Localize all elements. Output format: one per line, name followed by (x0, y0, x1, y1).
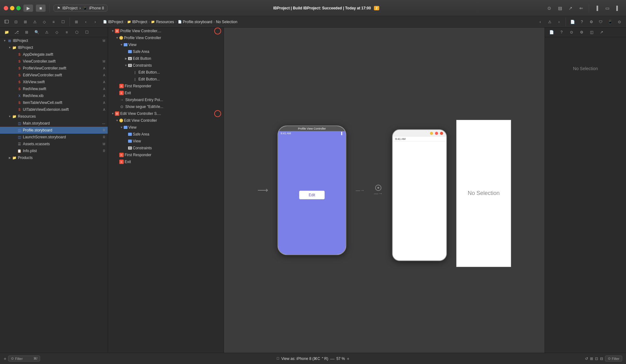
canvas-area[interactable]: ⟶ Profile View Controller 9:41 AM ▌ Edit (224, 28, 545, 353)
back-icon[interactable]: ⇐ (577, 4, 586, 12)
outline-vc1[interactable]: ▼ V Profile View Controller (108, 34, 224, 41)
layout-button[interactable]: ⊞ (590, 356, 593, 361)
run-button[interactable]: ▶ (23, 4, 33, 12)
shield-icon[interactable]: 🛡 (597, 18, 605, 25)
new-file-icon[interactable]: 📄 (568, 18, 577, 25)
outline-scene2[interactable]: ▼ ⊞ Edit View Controller S.... (108, 110, 224, 117)
bc-item1[interactable]: IBProject (108, 20, 123, 24)
snap-button[interactable]: ⊡ (595, 356, 598, 361)
report-tab[interactable]: ☐ (83, 29, 91, 36)
nav-item-viewcontroller[interactable]: ▶ S ViewController.swift M (0, 58, 108, 65)
nav-item-main-storyboard[interactable]: ▶ ◫ Main.storyboard — (0, 120, 108, 127)
activity-monitor-icon[interactable]: ⊙ (545, 4, 554, 12)
add-button[interactable]: + (4, 356, 6, 361)
outline-show-segue[interactable]: ▶ ⊙ Show segue "EditVie... (108, 103, 224, 110)
outline-firstresponder1[interactable]: ▶ R First Responder (108, 83, 224, 90)
view-source-button[interactable]: ⊡ (12, 18, 20, 25)
outline-editbutton-c2[interactable]: ▶ | Edit Button... (108, 76, 224, 83)
grid-icon[interactable]: ⊞ (72, 18, 80, 25)
device-icon[interactable]: 📱 (606, 18, 614, 25)
nav-item-ibproject[interactable]: ▼ 📁 IBProject (0, 44, 108, 51)
align-button[interactable]: ⊟ (600, 356, 603, 361)
bc-item2[interactable]: IBProject (132, 20, 147, 24)
file-nav-tab[interactable]: 📁 (3, 29, 11, 36)
file-inspector-tab[interactable]: 📄 (547, 29, 556, 36)
maximize-button[interactable] (16, 6, 21, 10)
outline-storyboard-entry[interactable]: ▶ → Storyboard Entry Poi... (108, 96, 224, 103)
size-inspector-tab[interactable]: ◫ (587, 29, 596, 36)
view-as-button[interactable]: ☐ (277, 357, 279, 360)
nav-item-editviewcontroller[interactable]: ▶ S EditViewController.swift A (0, 72, 108, 79)
close-button[interactable] (4, 6, 8, 10)
show-debug-icon[interactable]: ▭ (603, 4, 612, 12)
minimize-button[interactable] (10, 6, 14, 10)
outline-view2b[interactable]: ▶ View (108, 138, 224, 145)
layout-icon[interactable]: ▤ (556, 4, 564, 12)
related-files-forward[interactable]: › (555, 18, 563, 25)
scheme-selector[interactable]: ⚑ IBProject › 📱 iPhone 8 (54, 5, 107, 12)
back-nav-icon[interactable]: ‹ (82, 18, 90, 25)
share-icon[interactable]: ↗ (566, 4, 575, 12)
clock-icon[interactable]: ⊙ (615, 18, 623, 25)
show-inspector-icon[interactable]: ▌ (613, 4, 622, 12)
rotate-button[interactable]: ↺ (585, 356, 588, 361)
outline-vc2[interactable]: ▼ V Edit View Controller (108, 117, 224, 124)
nav-item-resources[interactable]: ▼ 📁 Resources (0, 113, 108, 120)
nav-item-redview-xib[interactable]: ▶ X RedView.xib A (0, 92, 108, 99)
attributes-inspector-tab[interactable]: ⚙ (577, 29, 586, 36)
bc-item3[interactable]: Resources (156, 20, 174, 24)
outline-view2[interactable]: ▼ View (108, 124, 224, 131)
outline-constraints1[interactable]: ▼ ⊟ Constraints (108, 62, 224, 69)
warning-tab[interactable]: ⚠ (43, 29, 51, 36)
outline-view1[interactable]: ▼ View (108, 41, 224, 48)
nav-item-itemtableviewcell[interactable]: ▶ S ItemTableViewCell.swift A (0, 99, 108, 106)
nav-item-xibview[interactable]: ▶ S XibView.swift A (0, 79, 108, 85)
outline-exit2[interactable]: ▶ E Exit (108, 158, 224, 165)
nav-item-info-plist[interactable]: ▶ 📋 Info.plist R (0, 147, 108, 154)
outline-exit1[interactable]: ▶ E Exit (108, 90, 224, 96)
nav-item-uitableviewextension[interactable]: ▶ S UITableViewExtension.swift A (0, 106, 108, 113)
inspector-icon[interactable]: ⚙ (587, 18, 595, 25)
zoom-in-button[interactable]: + (347, 356, 349, 361)
search-tab[interactable]: 🔍 (33, 29, 41, 36)
filter-icon[interactable]: ≡ (49, 18, 58, 25)
quick-help-tab[interactable]: ? (557, 29, 566, 36)
warning-badge[interactable]: 2 (374, 6, 379, 10)
tree-view-button[interactable]: ⊞ (21, 18, 29, 25)
source-control-tab[interactable]: ⎇ (13, 29, 21, 36)
test-tab[interactable]: ◇ (53, 29, 61, 36)
nav-item-profile-storyboard[interactable]: ▶ ◫ Profile.storyboard R (0, 127, 108, 134)
nav-item-ibproject-root[interactable]: ▼ ⊞ IBProject M (0, 37, 108, 44)
forward-nav-icon[interactable]: › (91, 18, 99, 25)
connections-inspector-tab[interactable]: ↗ (598, 29, 606, 36)
related-files-back[interactable]: ‹ (536, 18, 544, 25)
breakpoint-tab[interactable]: ⬡ (73, 29, 81, 36)
outline-editbutton[interactable]: ▶ B Edit Button (108, 55, 224, 62)
help-icon[interactable]: ? (578, 18, 586, 25)
zoom-out-button[interactable]: — (330, 356, 334, 361)
filter-right[interactable]: ⊙ Filter (605, 356, 622, 361)
comment-icon[interactable]: ☐ (59, 18, 67, 25)
nav-item-products[interactable]: ▶ 📁 Products (0, 154, 108, 161)
warning-nav-icon[interactable]: ⚠ (546, 18, 554, 25)
outline-safearea2[interactable]: ▶ Safe Area (108, 131, 224, 138)
outline-scene1[interactable]: ▼ ⊞ Profile View Controller.... (108, 28, 224, 34)
nav-item-assets[interactable]: ▶ ☰ Assets.xcassets M (0, 141, 108, 147)
nav-item-redview-swift[interactable]: ▶ S RedView.swift A (0, 85, 108, 92)
show-navigator-icon[interactable]: ▐ (592, 4, 601, 12)
bookmark-icon[interactable]: ◇ (40, 18, 48, 25)
stop-button[interactable]: ■ (36, 4, 46, 12)
nav-item-profileviewcontroller[interactable]: ▶ S ProfileViewController.swift A (0, 65, 108, 72)
filter-left[interactable]: ⊙ Filter ⌘/ (8, 356, 40, 361)
add-group-button[interactable] (3, 18, 11, 25)
outline-editbutton-c1[interactable]: ▶ | Edit Button... (108, 69, 224, 76)
identity-inspector-tab[interactable]: ⊙ (567, 29, 576, 36)
nav-item-launchscreen[interactable]: ▶ ◫ LaunchScreen.storyboard R (0, 134, 108, 141)
outline-constraints2[interactable]: ▶ ⊟ Constraints (108, 145, 224, 151)
edit-button-preview[interactable]: Edit (299, 191, 325, 199)
navigate-back[interactable]: ⚠ (31, 18, 39, 25)
nav-item-appdelegate[interactable]: ▶ S AppDelegate.swift (0, 51, 108, 58)
outline-firstresponder2[interactable]: ▶ R First Responder (108, 151, 224, 158)
debug-tab[interactable]: ≡ (63, 29, 71, 36)
bc-item4[interactable]: Profile.storyboard (183, 20, 212, 24)
